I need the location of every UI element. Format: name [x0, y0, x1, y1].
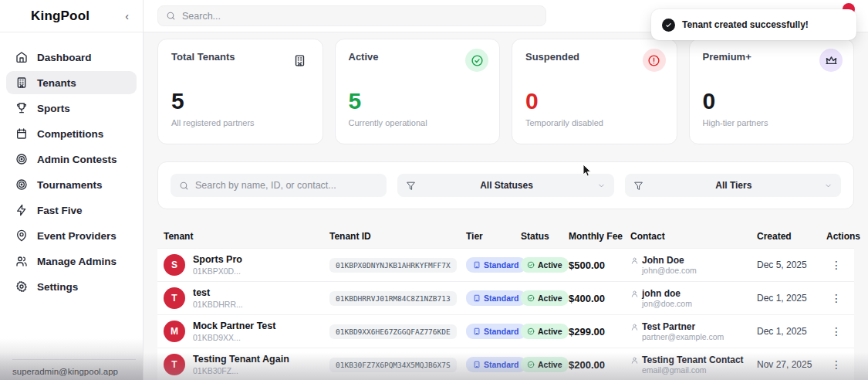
search-icon — [179, 181, 189, 191]
building-icon — [473, 361, 481, 368]
calendar-icon — [15, 127, 28, 140]
table-row[interactable]: M Mock Partner Test 01KBD9XX... 01KBD9XX… — [157, 314, 854, 348]
tier-label: Standard — [484, 260, 519, 270]
sidebar-collapse-button[interactable]: ‹ — [125, 11, 129, 22]
sidebar-item-competitions[interactable]: Competitions — [6, 122, 137, 145]
row-actions-menu-icon[interactable]: ⋮ — [831, 293, 842, 304]
sidebar-item-event-providers[interactable]: Event Providers — [6, 224, 137, 247]
contact-email: jon@doe.com — [642, 299, 757, 308]
row-actions-menu-icon[interactable]: ⋮ — [831, 326, 842, 337]
building-icon — [473, 327, 481, 335]
status-badge: Active — [521, 257, 569, 273]
contact-name: Testing Tenant Contact — [630, 355, 757, 365]
monthly-fee: $400.00 — [569, 293, 630, 304]
content: Total Tenants 5 All registered partners … — [144, 32, 868, 380]
table-row[interactable]: T test 01KBDHRR... 01KBDHRRVJ01RM84C8Z1N… — [157, 281, 854, 314]
zap-icon — [15, 204, 28, 216]
contact-name-text: john doe — [642, 288, 681, 299]
contact-cell: john doe jon@doe.com — [630, 288, 757, 308]
sidebar-item-label: Fast Five — [37, 205, 83, 216]
sidebar-item-tournaments[interactable]: Tournaments — [6, 173, 137, 196]
building-icon — [473, 294, 481, 302]
target-icon — [15, 153, 28, 165]
monthly-fee: $299.00 — [569, 326, 630, 338]
tenant-id-pill: 01KBDHRRVJ01RM84C8Z1NZB713 — [329, 291, 457, 306]
check-circle-icon — [527, 261, 535, 269]
status-label: Active — [538, 360, 562, 369]
sidebar-item-sports[interactable]: Sports — [6, 97, 137, 120]
table-body: S Sports Pro 01KBPX0D... 01KBPX0DNYNJKB1… — [157, 248, 854, 380]
sidebar-item-dashboard[interactable]: Dashboard — [6, 46, 137, 69]
stat-card-total-tenants: Total Tenants 5 All registered partners — [157, 39, 323, 144]
tenant-id-short: 01KB30FZ... — [193, 366, 289, 375]
tenant-id-pill: 01KB30FZ7X6PQM34X5MQJB6X7S — [329, 358, 457, 372]
tenant-name: Testing Tenant Again — [193, 354, 289, 366]
sidebar-item-label: Manage Admins — [37, 256, 117, 267]
tier-badge: Standard — [466, 290, 526, 306]
created-date: Dec 1, 2025 — [757, 326, 826, 337]
monthly-fee: $500.00 — [569, 260, 630, 271]
check-circle-icon — [465, 49, 488, 72]
sidebar-item-settings[interactable]: Settings — [6, 275, 137, 298]
home-icon — [15, 51, 28, 63]
sidebar-item-fast-five[interactable]: Fast Five — [6, 198, 137, 222]
tenant-id-short: 01KBPX0D... — [193, 266, 242, 276]
avatar: T — [164, 287, 185, 309]
crown-icon — [819, 49, 843, 72]
status-label: Active — [538, 293, 562, 303]
created-date: Nov 27, 2025 — [757, 359, 826, 370]
table-header: Tenant Tenant ID Tier Status Monthly Fee… — [157, 225, 854, 248]
tier-label: Standard — [484, 293, 519, 303]
status-filter-dropdown[interactable]: All Statuses — [397, 174, 613, 197]
sidebar: KingPool ‹ Dashboard Tenants Sports Comp… — [0, 0, 144, 380]
tenant-name: Sports Pro — [193, 254, 242, 266]
check-circle-icon — [527, 361, 535, 368]
sidebar-item-admin-contests[interactable]: Admin Contests — [6, 148, 137, 171]
stat-value: 5 — [171, 88, 309, 114]
contact-name-text: Testing Tenant Contact — [642, 355, 744, 365]
monthly-fee: $200.00 — [569, 359, 630, 371]
column-header-contact: Contact — [630, 231, 757, 242]
stat-card-suspended: Suspended 0 Temporarily disabled — [512, 39, 677, 144]
column-header-created: Created — [757, 231, 826, 242]
tier-filter-dropdown[interactable]: All Tiers — [625, 174, 841, 197]
column-header-tenant-id: Tenant ID — [329, 231, 466, 242]
avatar: T — [164, 354, 185, 375]
person-icon — [630, 290, 639, 298]
column-header-tier: Tier — [466, 231, 521, 242]
sidebar-item-label: Event Providers — [37, 230, 117, 242]
avatar: M — [164, 321, 185, 342]
sidebar-item-label: Competitions — [37, 128, 103, 140]
row-actions-menu-icon[interactable]: ⋮ — [831, 359, 842, 370]
row-actions-menu-icon[interactable]: ⋮ — [831, 260, 842, 270]
global-search-input[interactable]: Search... — [157, 5, 546, 26]
sidebar-item-tenants[interactable]: Tenants — [6, 71, 137, 94]
status-label: Active — [538, 260, 562, 270]
tenant-name: test — [193, 287, 243, 300]
table-row[interactable]: T Testing Tenant Again 01KB30FZ... 01KB3… — [157, 348, 854, 380]
tenant-id-pill: 01KBPX0DNYNJKB1AHRKYFMFF7X — [329, 258, 457, 273]
stat-subtitle: Currently operational — [349, 118, 487, 127]
stat-subtitle: All registered partners — [171, 118, 309, 127]
check-circle-icon — [527, 294, 535, 302]
filter-icon — [633, 181, 643, 191]
tenant-cell: S Sports Pro 01KBPX0D... — [164, 254, 329, 276]
person-icon — [630, 356, 639, 365]
stats-cards: Total Tenants 5 All registered partners … — [157, 39, 854, 144]
contact-email: john@doe.com — [642, 266, 757, 275]
sidebar-item-label: Admin Contests — [37, 154, 117, 165]
status-label: Active — [538, 327, 562, 336]
toast-notification[interactable]: Tenant created successfully! — [651, 9, 856, 40]
person-icon — [630, 323, 639, 331]
tenant-search-input[interactable]: Search by name, ID, or contact... — [171, 174, 387, 197]
sidebar-item-manage-admins[interactable]: Manage Admins — [6, 249, 137, 273]
status-badge: Active — [521, 290, 569, 306]
contact-name-text: Test Partner — [642, 321, 695, 332]
column-header-status: Status — [521, 231, 569, 242]
tenant-name: Mock Partner Test — [193, 321, 275, 333]
status-badge: Active — [521, 357, 569, 372]
sidebar-nav: Dashboard Tenants Sports Competitions Ad… — [0, 32, 143, 298]
table-row[interactable]: S Sports Pro 01KBPX0D... 01KBPX0DNYNJKB1… — [157, 248, 854, 281]
sidebar-item-label: Tournaments — [37, 179, 103, 191]
tier-filter-value: All Tiers — [643, 180, 824, 191]
